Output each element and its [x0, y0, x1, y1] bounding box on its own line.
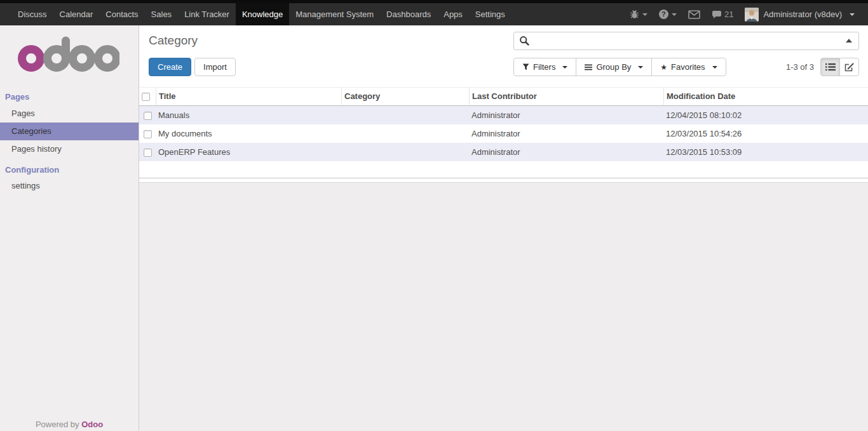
- cell-last-contributor: Administrator: [469, 143, 663, 161]
- debug-menu-button[interactable]: [624, 3, 653, 25]
- sidebar-item-pages[interactable]: Pages: [0, 105, 139, 123]
- row-checkbox[interactable]: [144, 130, 152, 138]
- search-input[interactable]: [533, 36, 846, 46]
- empty-row: [139, 161, 868, 178]
- menu-settings[interactable]: Settings: [469, 3, 512, 25]
- row-checkbox[interactable]: [144, 149, 152, 157]
- menu-management-system[interactable]: Management System: [289, 3, 380, 25]
- import-button[interactable]: Import: [194, 58, 236, 76]
- page-title: Category: [149, 34, 198, 48]
- cell-last-contributor: Administrator: [469, 124, 663, 143]
- favorites-button[interactable]: ★ Favorites: [651, 58, 726, 76]
- filter-icon: [522, 63, 529, 70]
- group-by-button[interactable]: Group By: [576, 58, 652, 76]
- chevron-down-icon: [638, 66, 643, 69]
- chevron-down-icon: [712, 66, 717, 69]
- powered-by: Powered by Odoo: [0, 420, 139, 429]
- chevron-down-icon: [562, 66, 567, 69]
- menu-link-tracker[interactable]: Link Tracker: [178, 3, 236, 25]
- help-menu-button[interactable]: ?: [653, 3, 682, 25]
- cell-modification-date: 12/03/2015 10:53:09: [663, 143, 868, 161]
- menu-dashboards[interactable]: Dashboards: [380, 3, 437, 25]
- messages-button[interactable]: [682, 3, 706, 25]
- chat-count-badge: 21: [724, 10, 733, 19]
- sidebar-item-categories[interactable]: Categories: [0, 123, 139, 140]
- table-row[interactable]: My documents Administrator 12/03/2015 10…: [139, 124, 868, 143]
- menu-sales[interactable]: Sales: [145, 3, 179, 25]
- cell-last-contributor: Administrator: [469, 106, 663, 124]
- form-view-button[interactable]: [839, 58, 859, 76]
- group-by-label: Group By: [596, 62, 631, 72]
- chat-bubble-icon: [712, 10, 722, 19]
- column-header-last-contributor[interactable]: Last Contributor: [469, 87, 663, 106]
- view-panel: Category Create Import: [139, 25, 868, 178]
- chevron-down-icon: [672, 13, 677, 16]
- envelope-icon: [688, 10, 700, 19]
- chat-button[interactable]: 21: [706, 3, 739, 25]
- view-switcher: [820, 58, 859, 76]
- menu-contacts[interactable]: Contacts: [99, 3, 144, 25]
- sidebar-section-configuration: Configuration: [0, 163, 139, 177]
- search-icon: [519, 36, 529, 46]
- list-view-button[interactable]: [820, 58, 840, 76]
- column-header-modification-date[interactable]: Modification Date: [663, 87, 868, 106]
- cell-category: [341, 143, 469, 161]
- filters-label: Filters: [533, 62, 555, 72]
- sidebar-item-settings[interactable]: settings: [0, 177, 139, 195]
- avatar: [745, 8, 759, 22]
- sidebar-section-pages: Pages: [0, 89, 139, 105]
- table-row[interactable]: Manuals Administrator 12/04/2015 08:10:0…: [139, 106, 868, 124]
- main-menu: Discuss Calendar Contacts Sales Link Tra…: [0, 3, 512, 25]
- top-navbar: Discuss Calendar Contacts Sales Link Tra…: [0, 0, 868, 25]
- powered-by-prefix: Powered by: [36, 420, 79, 429]
- search-expand-icon[interactable]: [846, 39, 852, 43]
- cell-modification-date: 12/03/2015 10:54:26: [663, 124, 868, 143]
- menu-discuss[interactable]: Discuss: [11, 3, 53, 25]
- favorites-label: Favorites: [671, 62, 705, 72]
- row-checkbox-cell: [139, 143, 156, 161]
- group-by-icon: [585, 64, 592, 70]
- user-menu[interactable]: Administrator (v8dev): [739, 3, 860, 25]
- content-background: [139, 183, 868, 431]
- user-name: Administrator (v8dev): [763, 10, 842, 19]
- row-checkbox[interactable]: [144, 112, 152, 120]
- table-row[interactable]: OpenERP Features Administrator 12/03/201…: [139, 143, 868, 161]
- row-checkbox-cell: [139, 106, 156, 124]
- systray: ? 21 Administrator (v8dev): [624, 3, 868, 25]
- column-header-title[interactable]: Title: [156, 87, 341, 106]
- create-button[interactable]: Create: [149, 58, 191, 76]
- chevron-down-icon: [642, 13, 648, 16]
- odoo-logo[interactable]: [18, 36, 119, 72]
- cell-title: Manuals: [156, 106, 341, 124]
- control-panel: Category Create Import: [139, 30, 868, 76]
- menu-calendar[interactable]: Calendar: [53, 3, 100, 25]
- bug-icon: [630, 10, 639, 19]
- menu-apps[interactable]: Apps: [437, 3, 469, 25]
- cell-category: [341, 124, 469, 143]
- pager: 1-3 of 3: [786, 62, 814, 72]
- table-header-row: Title Category Last Contributor Modifica…: [139, 87, 868, 106]
- star-icon: ★: [660, 63, 667, 71]
- cell-category: [341, 106, 469, 124]
- sidebar-item-pages-history[interactable]: Pages history: [0, 140, 139, 158]
- cell-modification-date: 12/04/2015 08:10:02: [663, 106, 868, 124]
- panel-footer-strip: [139, 178, 868, 183]
- filters-button[interactable]: Filters: [513, 58, 576, 76]
- search-box: [513, 32, 859, 50]
- row-checkbox-cell: [139, 124, 156, 143]
- select-all-checkbox[interactable]: [142, 93, 150, 101]
- powered-by-brand[interactable]: Odoo: [81, 420, 103, 429]
- main-content: Category Create Import: [139, 25, 868, 431]
- search-options-group: Filters Group By: [513, 58, 726, 76]
- cell-title: My documents: [156, 124, 341, 143]
- edit-form-icon: [844, 63, 854, 72]
- records-table: Title Category Last Contributor Modifica…: [139, 87, 868, 178]
- select-all-cell: [139, 87, 156, 106]
- column-header-category[interactable]: Category: [341, 87, 469, 106]
- list-view-icon: [825, 63, 836, 71]
- sidebar: Pages Pages Categories Pages history Con…: [0, 25, 139, 431]
- menu-knowledge[interactable]: Knowledge: [236, 3, 289, 25]
- help-icon: ?: [659, 10, 668, 19]
- cell-title: OpenERP Features: [156, 143, 341, 161]
- chevron-down-icon: [850, 13, 855, 16]
